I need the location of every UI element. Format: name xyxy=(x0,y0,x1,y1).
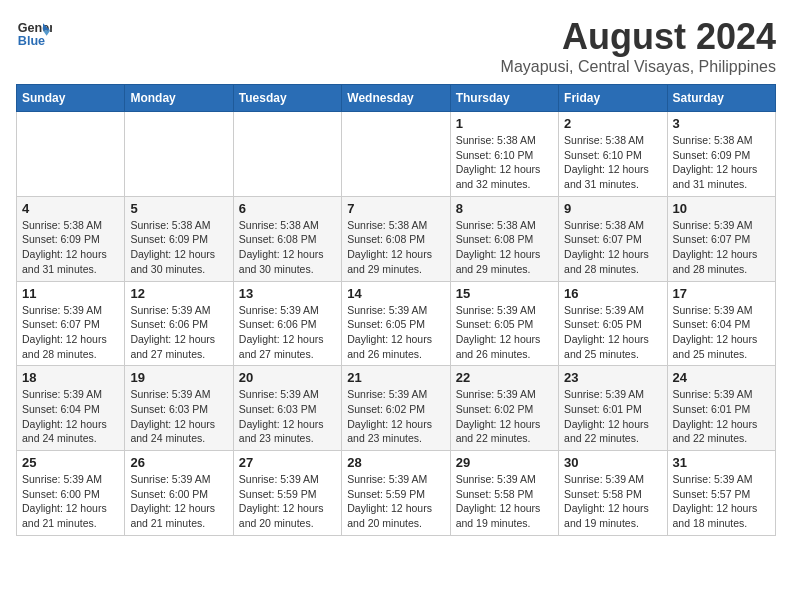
day-info: Sunrise: 5:38 AM Sunset: 6:10 PM Dayligh… xyxy=(564,133,661,192)
day-number: 7 xyxy=(347,201,444,216)
calendar-cell: 9Sunrise: 5:38 AM Sunset: 6:07 PM Daylig… xyxy=(559,196,667,281)
day-number: 20 xyxy=(239,370,336,385)
day-number: 2 xyxy=(564,116,661,131)
calendar-cell: 17Sunrise: 5:39 AM Sunset: 6:04 PM Dayli… xyxy=(667,281,775,366)
day-number: 11 xyxy=(22,286,119,301)
calendar-cell: 30Sunrise: 5:39 AM Sunset: 5:58 PM Dayli… xyxy=(559,451,667,536)
calendar-cell: 15Sunrise: 5:39 AM Sunset: 6:05 PM Dayli… xyxy=(450,281,558,366)
weekday-header: Wednesday xyxy=(342,85,450,112)
day-info: Sunrise: 5:38 AM Sunset: 6:09 PM Dayligh… xyxy=(130,218,227,277)
logo: General Blue xyxy=(16,16,52,52)
calendar-cell: 5Sunrise: 5:38 AM Sunset: 6:09 PM Daylig… xyxy=(125,196,233,281)
page-header: General Blue August 2024 Mayapusi, Centr… xyxy=(16,16,776,76)
day-info: Sunrise: 5:39 AM Sunset: 5:58 PM Dayligh… xyxy=(456,472,553,531)
day-number: 29 xyxy=(456,455,553,470)
calendar-table: SundayMondayTuesdayWednesdayThursdayFrid… xyxy=(16,84,776,536)
day-number: 4 xyxy=(22,201,119,216)
svg-text:Blue: Blue xyxy=(18,34,45,48)
day-number: 16 xyxy=(564,286,661,301)
day-info: Sunrise: 5:39 AM Sunset: 6:06 PM Dayligh… xyxy=(130,303,227,362)
day-info: Sunrise: 5:38 AM Sunset: 6:09 PM Dayligh… xyxy=(22,218,119,277)
day-number: 27 xyxy=(239,455,336,470)
weekday-row: SundayMondayTuesdayWednesdayThursdayFrid… xyxy=(17,85,776,112)
day-number: 25 xyxy=(22,455,119,470)
day-number: 12 xyxy=(130,286,227,301)
day-number: 19 xyxy=(130,370,227,385)
weekday-header: Thursday xyxy=(450,85,558,112)
day-info: Sunrise: 5:38 AM Sunset: 6:08 PM Dayligh… xyxy=(456,218,553,277)
day-number: 28 xyxy=(347,455,444,470)
day-number: 8 xyxy=(456,201,553,216)
calendar-cell: 29Sunrise: 5:39 AM Sunset: 5:58 PM Dayli… xyxy=(450,451,558,536)
day-info: Sunrise: 5:39 AM Sunset: 6:02 PM Dayligh… xyxy=(456,387,553,446)
calendar-week-row: 18Sunrise: 5:39 AM Sunset: 6:04 PM Dayli… xyxy=(17,366,776,451)
weekday-header: Saturday xyxy=(667,85,775,112)
day-info: Sunrise: 5:39 AM Sunset: 6:05 PM Dayligh… xyxy=(564,303,661,362)
calendar-cell: 21Sunrise: 5:39 AM Sunset: 6:02 PM Dayli… xyxy=(342,366,450,451)
calendar-cell xyxy=(233,112,341,197)
weekday-header: Tuesday xyxy=(233,85,341,112)
day-number: 31 xyxy=(673,455,770,470)
day-number: 22 xyxy=(456,370,553,385)
day-info: Sunrise: 5:38 AM Sunset: 6:08 PM Dayligh… xyxy=(239,218,336,277)
day-number: 23 xyxy=(564,370,661,385)
calendar-cell: 12Sunrise: 5:39 AM Sunset: 6:06 PM Dayli… xyxy=(125,281,233,366)
calendar-cell: 22Sunrise: 5:39 AM Sunset: 6:02 PM Dayli… xyxy=(450,366,558,451)
calendar-cell: 16Sunrise: 5:39 AM Sunset: 6:05 PM Dayli… xyxy=(559,281,667,366)
calendar-header: SundayMondayTuesdayWednesdayThursdayFrid… xyxy=(17,85,776,112)
calendar-cell: 19Sunrise: 5:39 AM Sunset: 6:03 PM Dayli… xyxy=(125,366,233,451)
calendar-cell: 24Sunrise: 5:39 AM Sunset: 6:01 PM Dayli… xyxy=(667,366,775,451)
day-info: Sunrise: 5:39 AM Sunset: 6:04 PM Dayligh… xyxy=(22,387,119,446)
day-number: 5 xyxy=(130,201,227,216)
day-info: Sunrise: 5:39 AM Sunset: 6:06 PM Dayligh… xyxy=(239,303,336,362)
weekday-header: Sunday xyxy=(17,85,125,112)
calendar-body: 1Sunrise: 5:38 AM Sunset: 6:10 PM Daylig… xyxy=(17,112,776,536)
calendar-cell: 7Sunrise: 5:38 AM Sunset: 6:08 PM Daylig… xyxy=(342,196,450,281)
day-number: 6 xyxy=(239,201,336,216)
calendar-cell: 6Sunrise: 5:38 AM Sunset: 6:08 PM Daylig… xyxy=(233,196,341,281)
calendar-cell xyxy=(342,112,450,197)
calendar-cell: 10Sunrise: 5:39 AM Sunset: 6:07 PM Dayli… xyxy=(667,196,775,281)
location-text: Mayapusi, Central Visayas, Philippines xyxy=(501,58,776,76)
calendar-cell: 27Sunrise: 5:39 AM Sunset: 5:59 PM Dayli… xyxy=(233,451,341,536)
day-info: Sunrise: 5:39 AM Sunset: 6:07 PM Dayligh… xyxy=(673,218,770,277)
calendar-cell: 4Sunrise: 5:38 AM Sunset: 6:09 PM Daylig… xyxy=(17,196,125,281)
day-info: Sunrise: 5:38 AM Sunset: 6:07 PM Dayligh… xyxy=(564,218,661,277)
logo-icon: General Blue xyxy=(16,16,52,52)
calendar-cell: 28Sunrise: 5:39 AM Sunset: 5:59 PM Dayli… xyxy=(342,451,450,536)
calendar-cell: 14Sunrise: 5:39 AM Sunset: 6:05 PM Dayli… xyxy=(342,281,450,366)
day-number: 17 xyxy=(673,286,770,301)
day-number: 14 xyxy=(347,286,444,301)
day-info: Sunrise: 5:38 AM Sunset: 6:10 PM Dayligh… xyxy=(456,133,553,192)
day-info: Sunrise: 5:39 AM Sunset: 5:58 PM Dayligh… xyxy=(564,472,661,531)
day-info: Sunrise: 5:39 AM Sunset: 6:07 PM Dayligh… xyxy=(22,303,119,362)
day-number: 3 xyxy=(673,116,770,131)
day-info: Sunrise: 5:39 AM Sunset: 6:03 PM Dayligh… xyxy=(130,387,227,446)
day-number: 18 xyxy=(22,370,119,385)
calendar-cell: 18Sunrise: 5:39 AM Sunset: 6:04 PM Dayli… xyxy=(17,366,125,451)
day-number: 10 xyxy=(673,201,770,216)
calendar-week-row: 25Sunrise: 5:39 AM Sunset: 6:00 PM Dayli… xyxy=(17,451,776,536)
day-number: 15 xyxy=(456,286,553,301)
month-title: August 2024 xyxy=(501,16,776,58)
calendar-week-row: 1Sunrise: 5:38 AM Sunset: 6:10 PM Daylig… xyxy=(17,112,776,197)
day-info: Sunrise: 5:39 AM Sunset: 5:59 PM Dayligh… xyxy=(239,472,336,531)
day-info: Sunrise: 5:39 AM Sunset: 6:04 PM Dayligh… xyxy=(673,303,770,362)
day-number: 21 xyxy=(347,370,444,385)
day-info: Sunrise: 5:39 AM Sunset: 6:05 PM Dayligh… xyxy=(347,303,444,362)
day-info: Sunrise: 5:38 AM Sunset: 6:08 PM Dayligh… xyxy=(347,218,444,277)
calendar-cell: 8Sunrise: 5:38 AM Sunset: 6:08 PM Daylig… xyxy=(450,196,558,281)
weekday-header: Friday xyxy=(559,85,667,112)
day-number: 30 xyxy=(564,455,661,470)
day-number: 24 xyxy=(673,370,770,385)
calendar-week-row: 11Sunrise: 5:39 AM Sunset: 6:07 PM Dayli… xyxy=(17,281,776,366)
title-block: August 2024 Mayapusi, Central Visayas, P… xyxy=(501,16,776,76)
calendar-cell: 2Sunrise: 5:38 AM Sunset: 6:10 PM Daylig… xyxy=(559,112,667,197)
calendar-cell xyxy=(125,112,233,197)
day-number: 9 xyxy=(564,201,661,216)
calendar-week-row: 4Sunrise: 5:38 AM Sunset: 6:09 PM Daylig… xyxy=(17,196,776,281)
calendar-cell: 25Sunrise: 5:39 AM Sunset: 6:00 PM Dayli… xyxy=(17,451,125,536)
calendar-cell: 1Sunrise: 5:38 AM Sunset: 6:10 PM Daylig… xyxy=(450,112,558,197)
day-info: Sunrise: 5:39 AM Sunset: 6:02 PM Dayligh… xyxy=(347,387,444,446)
calendar-cell: 26Sunrise: 5:39 AM Sunset: 6:00 PM Dayli… xyxy=(125,451,233,536)
